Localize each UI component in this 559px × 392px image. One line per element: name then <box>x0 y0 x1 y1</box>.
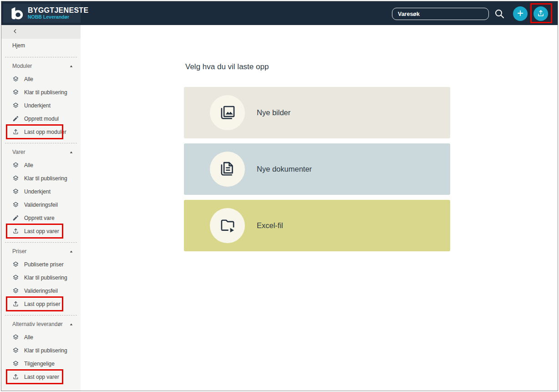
sidebar-item-label: Klar til publisering <box>24 347 67 354</box>
sidebar-item-label: Hjem <box>12 42 25 49</box>
sidebar-item-label: Klar til publisering <box>24 175 67 182</box>
documents-icon <box>218 160 237 179</box>
layers-icon <box>12 201 19 208</box>
sidebar-divider <box>5 242 77 243</box>
upload-button[interactable] <box>534 6 548 21</box>
triangle-up-icon <box>69 150 73 154</box>
card-label: Excel-fil <box>257 221 283 230</box>
section-label: Moduler <box>12 63 32 69</box>
sidebar-item-label: Tilgjengelige <box>24 361 55 367</box>
card-label: Nye bilder <box>257 108 290 117</box>
sidebar-divider <box>5 143 77 143</box>
sidebar-item-klar-til-publisering[interactable]: Klar til publisering <box>1 271 81 284</box>
add-button[interactable] <box>513 6 528 21</box>
sidebar-item-label: Klar til publisering <box>24 275 67 281</box>
sidebar-sections: ModulerAlleKlar til publiseringUnderkjen… <box>1 57 81 383</box>
sidebar-item-label: Valideringsfeil <box>24 202 58 208</box>
sidebar-item-klar-til-publisering[interactable]: Klar til publisering <box>1 86 81 99</box>
sidebar-item-last-opp-priser[interactable]: Last opp priser <box>1 297 81 311</box>
sidebar-item-alle[interactable]: Alle <box>1 158 81 172</box>
page-title: Velg hva du vil laste opp <box>185 62 269 71</box>
sidebar-item-klar-til-publisering[interactable]: Klar til publisering <box>1 172 81 185</box>
sidebar-item-underkjent[interactable]: Underkjent <box>1 99 81 112</box>
app-logo[interactable]: BYGGTJENESTE NOBB Leverandør <box>3 4 81 23</box>
search-icon[interactable] <box>494 8 505 19</box>
layers-icon <box>12 261 19 268</box>
layers-icon <box>12 334 19 341</box>
upload-card-nye-dokumenter[interactable]: Nye dokumenter <box>184 143 450 195</box>
byggtjeneste-logo-icon <box>10 6 24 20</box>
card-icon-circle <box>210 208 245 243</box>
chevron-left-icon <box>12 28 18 36</box>
sidebar-section-alternativ-leverand-r[interactable]: Alternativ leverandør <box>1 318 81 331</box>
sidebar-item-label: Opprett vare <box>24 215 55 221</box>
logo-subtitle: NOBB Leverandør <box>28 15 88 20</box>
upload-icon <box>12 373 19 380</box>
section-label: Alternativ leverandør <box>12 321 63 327</box>
excel-folder-icon <box>218 216 237 235</box>
sidebar-item-valideringsfeil[interactable]: Valideringsfeil <box>1 198 81 211</box>
sidebar-item-label: Alle <box>24 334 33 341</box>
sidebar-section-priser[interactable]: Priser <box>1 245 81 258</box>
upload-card-excel-fil[interactable]: Excel-fil <box>184 200 450 251</box>
layers-icon <box>12 287 19 294</box>
sidebar-item-alle[interactable]: Alle <box>1 331 81 344</box>
sidebar-item-label: Last opp priser <box>24 301 60 307</box>
sidebar-item-klar-til-publisering[interactable]: Klar til publisering <box>1 344 81 357</box>
sidebar-item-valideringsfeil[interactable]: Valideringsfeil <box>1 284 81 297</box>
app-header: BYGGTJENESTE NOBB Leverandør <box>1 1 558 25</box>
card-icon-circle <box>210 152 245 187</box>
layers-icon <box>12 188 19 195</box>
app-window: BYGGTJENESTE NOBB Leverandør <box>1 1 558 391</box>
layers-icon <box>12 360 19 367</box>
sidebar-item-publiserte-priser[interactable]: Publiserte priser <box>1 258 81 271</box>
sidebar-item-label: Last opp varer <box>24 374 59 380</box>
layers-icon <box>12 347 19 354</box>
triangle-up-icon <box>69 249 73 254</box>
plus-icon <box>516 9 524 19</box>
layers-icon <box>12 175 19 182</box>
upload-icon <box>12 128 19 135</box>
card-label: Nye dokumenter <box>257 165 312 173</box>
sidebar-divider <box>5 57 77 57</box>
layers-icon <box>12 274 19 281</box>
images-icon <box>218 103 237 122</box>
triangle-up-icon <box>69 64 73 68</box>
sidebar: Hjem ModulerAlleKlar til publiseringUnde… <box>1 25 81 391</box>
sidebar-item-label: Underkjent <box>24 102 51 109</box>
section-label: Priser <box>12 248 26 255</box>
layers-icon <box>12 89 19 96</box>
pencil-icon <box>12 214 19 221</box>
sidebar-item-label: Underkjent <box>24 188 51 195</box>
sidebar-item-label: Opprett modul <box>24 116 59 122</box>
logo-title: BYGGTJENESTE <box>28 7 88 15</box>
sidebar-item-label: Valideringsfeil <box>24 288 58 294</box>
sidebar-item-label: Klar til publisering <box>24 89 67 96</box>
sidebar-item-tilgjengelige[interactable]: Tilgjengelige <box>1 357 81 370</box>
sidebar-item-label: Alle <box>24 76 33 82</box>
sidebar-item-opprett-vare[interactable]: Opprett vare <box>1 211 81 224</box>
sidebar-item-last-opp-moduler[interactable]: Last opp moduler <box>1 125 81 138</box>
triangle-up-icon <box>69 322 73 326</box>
sidebar-item-opprett-modul[interactable]: Opprett modul <box>1 112 81 125</box>
section-label: Varer <box>12 149 25 155</box>
main-content: Velg hva du vil laste opp Nye bilderNye … <box>81 25 558 391</box>
sidebar-item-underkjent[interactable]: Underkjent <box>1 185 81 198</box>
upload-icon <box>12 228 19 234</box>
sidebar-item-hjem[interactable]: Hjem <box>1 39 81 52</box>
search-field-wrap <box>392 8 489 20</box>
upload-tray-icon <box>537 9 545 19</box>
sidebar-item-label: Alle <box>24 162 33 168</box>
sidebar-section-varer[interactable]: Varer <box>1 146 81 158</box>
sidebar-item-label: Last opp varer <box>24 228 59 234</box>
sidebar-collapse-button[interactable] <box>1 25 81 39</box>
sidebar-item-last-opp-varer[interactable]: Last opp varer <box>1 224 81 238</box>
upload-card-nye-bilder[interactable]: Nye bilder <box>184 87 450 138</box>
layers-icon <box>12 76 19 82</box>
upload-options: Nye bilderNye dokumenterExcel-fil <box>184 87 450 251</box>
sidebar-item-alle[interactable]: Alle <box>1 72 81 86</box>
sidebar-item-last-opp-varer[interactable]: Last opp varer <box>1 370 81 383</box>
sidebar-section-moduler[interactable]: Moduler <box>1 60 81 72</box>
search-input[interactable] <box>392 8 489 20</box>
upload-icon <box>12 300 19 307</box>
